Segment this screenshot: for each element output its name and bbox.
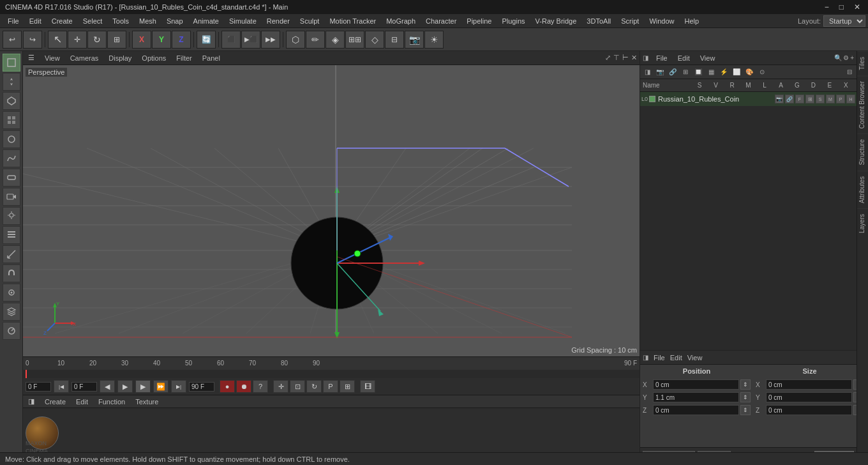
- close-button[interactable]: ✕: [851, 3, 863, 11]
- vp-filter[interactable]: Filter: [174, 53, 194, 63]
- vp-view[interactable]: View: [42, 53, 63, 63]
- render-play[interactable]: ▶⬛: [241, 31, 260, 49]
- object-row[interactable]: L0 Russian_10_Rubles_Coin 📷 🔗 F ⊞ S M P …: [640, 92, 857, 106]
- mat-texture[interactable]: Texture: [133, 397, 161, 406]
- camera-tool[interactable]: 📷: [405, 31, 424, 49]
- menu-mograph[interactable]: MoGraph: [381, 16, 421, 26]
- obj-edit-menu[interactable]: Edit: [675, 54, 692, 63]
- frame-start-btn[interactable]: |◀: [54, 380, 69, 393]
- menu-pipeline[interactable]: Pipeline: [461, 16, 497, 26]
- obj-view-menu[interactable]: View: [698, 54, 718, 63]
- vp-cameras[interactable]: Cameras: [68, 53, 101, 63]
- record-btn[interactable]: ●: [220, 380, 235, 393]
- mat-create[interactable]: Create: [42, 397, 68, 406]
- auto-key-btn[interactable]: ⏺: [236, 380, 251, 393]
- size-y-input[interactable]: [766, 392, 852, 402]
- tab-content-browser[interactable]: Content Browser: [857, 75, 868, 133]
- tool-subdivide[interactable]: [3, 111, 20, 129]
- redo-button[interactable]: ↪: [23, 31, 42, 49]
- grid-tool[interactable]: ⊟: [385, 31, 404, 49]
- pos-x-spinner[interactable]: ⇕: [740, 379, 751, 390]
- attr-file-menu[interactable]: File: [654, 354, 665, 362]
- obj-tool-5[interactable]: 🔲: [692, 66, 704, 78]
- obj-tool-filter[interactable]: ⊟: [844, 66, 855, 78]
- vp-panel[interactable]: Panel: [200, 53, 223, 63]
- obj-file-menu[interactable]: File: [654, 54, 670, 63]
- tool-model[interactable]: [3, 54, 20, 72]
- tool-deform[interactable]: [3, 169, 20, 187]
- tool-magnet[interactable]: [3, 264, 20, 282]
- tool-layers[interactable]: [3, 303, 20, 321]
- pen-tool[interactable]: ✏: [306, 31, 325, 49]
- tool-null[interactable]: [3, 130, 20, 148]
- coordinate-system[interactable]: 🔄: [197, 31, 216, 49]
- menu-help[interactable]: Help: [680, 16, 705, 26]
- obj-tool-6[interactable]: ▦: [705, 66, 717, 78]
- point-key-btn[interactable]: ⊞: [340, 380, 355, 393]
- tool-paint[interactable]: [3, 322, 20, 340]
- layout-select[interactable]: Startup: [823, 15, 865, 27]
- tab-tiles[interactable]: Tiles: [857, 51, 868, 75]
- attr-view-menu[interactable]: View: [687, 354, 703, 362]
- current-frame-input[interactable]: [26, 382, 51, 392]
- y-axis[interactable]: Y: [152, 31, 171, 49]
- menu-file[interactable]: File: [3, 16, 24, 26]
- play-forward-btn[interactable]: ⏩: [153, 380, 168, 393]
- x-axis[interactable]: X: [132, 31, 151, 49]
- obj-search-icon[interactable]: 🔍: [834, 54, 842, 61]
- step-forward-btn[interactable]: ▶: [117, 380, 133, 393]
- tool-polyobj[interactable]: [3, 92, 20, 110]
- tab-layers[interactable]: Layers: [857, 208, 868, 238]
- tool-light[interactable]: [3, 207, 20, 225]
- mat-function[interactable]: Function: [96, 397, 128, 406]
- tool-snap[interactable]: [3, 284, 20, 301]
- pos-x-input[interactable]: [653, 379, 739, 390]
- menu-edit[interactable]: Edit: [24, 16, 47, 26]
- play-btn[interactable]: ▶: [135, 380, 151, 393]
- light-tool[interactable]: ☀: [424, 31, 444, 49]
- vp-options[interactable]: Options: [139, 53, 168, 63]
- menu-select[interactable]: Select: [78, 16, 108, 26]
- obj-tool-8[interactable]: ⬜: [731, 66, 742, 78]
- frame-end-input[interactable]: [189, 382, 214, 392]
- menu-tools[interactable]: Tools: [107, 16, 134, 26]
- pos-y-spinner[interactable]: ⇕: [740, 392, 751, 402]
- menu-create[interactable]: Create: [47, 16, 78, 26]
- scale-tool[interactable]: ⊞: [107, 31, 126, 49]
- obj-tool-9[interactable]: 🎨: [744, 66, 755, 78]
- tool-measure[interactable]: [3, 245, 20, 263]
- timeline-ruler[interactable]: 0 10 20 30 40 50 60 70 80 90 90 F: [23, 357, 640, 370]
- pos-z-input[interactable]: [653, 405, 739, 415]
- vp-split-h[interactable]: ⊤: [613, 54, 620, 62]
- shape-tool[interactable]: ◇: [365, 31, 384, 49]
- tool-camera[interactable]: [3, 188, 20, 206]
- pos-y-input[interactable]: [653, 392, 739, 402]
- obj-tool-3[interactable]: 🔗: [667, 66, 678, 78]
- obj-plus-icon[interactable]: +: [850, 54, 854, 61]
- render-region[interactable]: ⬛: [221, 31, 241, 49]
- timeline-settings-btn[interactable]: 🎞: [360, 380, 375, 393]
- size-x-input[interactable]: [766, 379, 852, 390]
- maximize-button[interactable]: □: [837, 3, 846, 11]
- minimize-button[interactable]: −: [822, 3, 832, 11]
- obj-tool-10[interactable]: ⊙: [756, 66, 768, 78]
- viewport[interactable]: Perspective Grid Spacing : 10 cm: [23, 65, 640, 356]
- step-back-btn[interactable]: ◀: [100, 380, 115, 393]
- menu-sculpt[interactable]: Sculpt: [295, 16, 325, 26]
- menu-window[interactable]: Window: [644, 16, 679, 26]
- undo-button[interactable]: ↩: [3, 31, 22, 49]
- tab-structure[interactable]: Structure: [857, 133, 868, 171]
- render-full[interactable]: ▶▶: [261, 31, 280, 49]
- vp-display[interactable]: Display: [106, 53, 134, 63]
- mat-edit[interactable]: Edit: [73, 397, 91, 406]
- obj-tool-4[interactable]: ⊞: [680, 66, 691, 78]
- obj-tool-7[interactable]: ⚡: [718, 66, 730, 78]
- obj-settings-icon[interactable]: ⚙: [843, 54, 849, 61]
- key-all-btn[interactable]: ?: [253, 380, 268, 393]
- cursor-tool[interactable]: ↖: [48, 31, 67, 49]
- tool-scene[interactable]: [3, 226, 20, 244]
- rotate-tool[interactable]: ↻: [87, 31, 107, 49]
- frame-start-input[interactable]: [71, 382, 97, 392]
- tool-move[interactable]: [3, 73, 20, 91]
- menu-animate[interactable]: Animate: [188, 16, 224, 26]
